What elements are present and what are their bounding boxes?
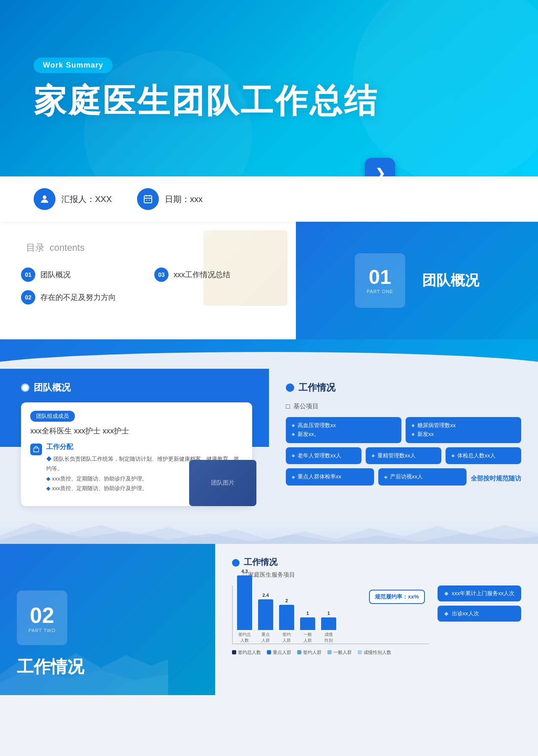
work-cards-row1: ◆高血压管理数xx ◆新发xx。 ◆糖尿病管理数xx ◆新发xx xyxy=(286,417,521,443)
part-one-label: PART ONE xyxy=(367,289,393,294)
part-two-left: 02 PART TWO 工作情况 xyxy=(0,544,215,695)
chevron-right-icon: ❯ xyxy=(375,166,385,177)
toc-item-1: 01 团队概况 xyxy=(21,268,142,282)
bar-wrap-1: 4.3 签约总人数 xyxy=(237,569,252,643)
full-visit-text: 全部按时规范随访 xyxy=(471,475,521,483)
work-cards-row3: ◆重点人群体检率xx ◆产后访视xx人 全部按时规范随访 xyxy=(286,468,521,486)
bar-1 xyxy=(237,575,252,630)
hero-title: 家庭医生团队工作总结 xyxy=(34,83,504,119)
compliance-badge: 规范履约率：xx% xyxy=(369,590,425,604)
person-icon xyxy=(34,188,55,210)
mountains-svg xyxy=(0,519,538,544)
part-two-box: 02 PART TWO xyxy=(17,591,67,645)
chart-right-cards: ◆ xxx年累计上门服务xx人次 ◆ 出诊xx人次 xyxy=(438,585,522,622)
work2-sub-title: □ 家庭医生服务项目 xyxy=(232,571,521,579)
work-sub-title: 基公项目 xyxy=(286,402,521,410)
toc-num-1: 01 xyxy=(21,268,35,282)
legend-3: 签约人群 xyxy=(297,649,322,656)
toc-right-panel: 01 PART ONE 团队概况 xyxy=(296,222,538,339)
reporter-bar: 汇报人：XXX 日期：xxx xyxy=(0,176,538,222)
toc-left-panel: 目录contents 01 团队概况 03 xxx工作情况总结 02 存在的不足… xyxy=(0,222,296,339)
toc-label-3: xxx工作情况总结 xyxy=(174,270,230,280)
part-one-box: 01 PART ONE xyxy=(355,253,405,308)
team-members-text: xxx全科医生 xxx护士 xxx护士 xyxy=(30,426,243,436)
work-card-elderly: ◆老年人管理数xx人 xyxy=(286,447,361,465)
info-card-2: ◆ 出诊xx人次 xyxy=(438,606,522,622)
hero-section: Work Summary 家庭医生团队工作总结 ❯ xyxy=(0,0,538,176)
part-two-right: 工作情况 □ 家庭医生服务项目 4.3 签约总人数 2.4 xyxy=(215,544,538,695)
svg-point-6 xyxy=(149,200,150,201)
calendar-icon xyxy=(137,188,159,210)
chart-area: 4.3 签约总人数 2.4 重点人群 2 签约人群 xyxy=(232,585,521,656)
work-card-postpartum: ◆产后访视xx人 xyxy=(378,468,467,486)
work-card-mental: ◆重精管理数xx人 xyxy=(366,447,441,465)
work-section-title: 工作情况 xyxy=(298,381,335,394)
work2-section-title: 工作情况 xyxy=(244,556,277,568)
team-section-title: 团队概况 xyxy=(34,381,71,394)
part-two-title: 工作情况 xyxy=(17,655,84,678)
toc-items-list: 01 团队概况 03 xxx工作情况总结 02 存在的不足及努力方向 xyxy=(21,268,275,304)
team-section-header: 团队概况 xyxy=(21,381,252,394)
bar-wrap-3: 2 签约人群 xyxy=(279,598,294,643)
legend-5: 成慢性别人数 xyxy=(358,649,391,656)
toc-item-3: 03 xxx工作情况总结 xyxy=(154,268,275,282)
building-icon xyxy=(30,444,42,455)
mountains-decoration xyxy=(0,519,538,544)
svg-point-5 xyxy=(146,200,147,201)
bar-5 xyxy=(321,617,336,630)
bar-4 xyxy=(300,617,315,630)
reporter-name: 汇报人：XXX xyxy=(61,194,112,205)
toc-item-2: 02 存在的不足及努力方向 xyxy=(21,290,142,304)
report-date: 日期：xxx xyxy=(165,194,203,205)
toc-label-1: 团队概况 xyxy=(40,270,71,280)
part-two-num: 02 xyxy=(30,603,54,628)
blue-divider xyxy=(0,339,538,369)
work2-section-dot xyxy=(232,559,240,567)
bar-wrap-4: 1 一般人群 xyxy=(300,611,315,643)
bar-2 xyxy=(258,599,273,630)
work-cards-row2: ◆老年人管理数xx人 ◆重精管理数xx人 ◆体检总人数xx人 xyxy=(286,447,521,465)
part-one-title: 团队概况 xyxy=(422,271,479,290)
legend-2: 重点人群 xyxy=(267,649,291,656)
date-item: 日期：xxx xyxy=(137,188,203,210)
bar-wrap-5: 1 成慢性别 xyxy=(321,611,336,643)
work-card-diabetes: ◆糖尿病管理数xx ◆新发xx xyxy=(406,417,521,443)
toc-num-2: 02 xyxy=(21,290,35,304)
part-two-label: PART TWO xyxy=(29,628,56,633)
assign-title: 工作分配 xyxy=(46,443,243,452)
svg-rect-1 xyxy=(144,196,152,203)
legend-4: 一般人群 xyxy=(327,649,352,656)
team-left-panel: 团队概况 团队组成成员 xxx全科医生 xxx护士 xxx护士 工作分配 团队长… xyxy=(0,369,269,519)
hero-arrow-button[interactable]: ❯ xyxy=(365,158,395,176)
work-card-checkup: ◆体检总人数xx人 xyxy=(446,447,521,465)
team-member-badge: 团队组成成员 xyxy=(30,411,75,422)
legend-1: 签约总人数 xyxy=(232,649,261,656)
work-card-hypertension: ◆高血压管理数xx ◆新发xx。 xyxy=(286,417,401,443)
bar-3 xyxy=(279,605,294,630)
reporter-item: 汇报人：XXX xyxy=(34,188,112,210)
toc-num-3: 03 xyxy=(154,268,169,282)
team-photo-placeholder: 团队图片 xyxy=(189,460,256,506)
part-one-num: 01 xyxy=(369,267,391,287)
main-content-section: 团队概况 团队组成成员 xxx全科医生 xxx护士 xxx护士 工作分配 团队长… xyxy=(0,369,538,519)
bar-wrap-2: 2.4 重点人群 xyxy=(258,593,273,643)
work-section-dot xyxy=(286,383,294,392)
bar-chart: 4.3 签约总人数 2.4 重点人群 2 签约人群 xyxy=(232,585,429,656)
bar-chart-inner: 4.3 签约总人数 2.4 重点人群 2 签约人群 xyxy=(232,585,429,644)
work2-section-header: 工作情况 xyxy=(232,556,521,570)
chart-legend: 签约总人数 重点人群 签约人群 一般人群 xyxy=(232,649,429,656)
work-card-key-checkup: ◆重点人群体检率xx xyxy=(286,468,374,486)
info-card-1: ◆ xxx年累计上门服务xx人次 xyxy=(438,585,522,601)
team-section-dot xyxy=(21,383,29,392)
toc-section: 目录contents 01 团队概况 03 xxx工作情况总结 02 存在的不足… xyxy=(0,222,538,339)
work-section-header: 工作情况 xyxy=(286,381,521,394)
toc-label-2: 存在的不足及努力方向 xyxy=(40,292,116,302)
svg-point-0 xyxy=(43,195,47,199)
work-right-panel: 工作情况 基公项目 ◆高血压管理数xx ◆新发xx。 ◆糖尿病管理数xx ◆新发… xyxy=(269,369,538,519)
part-two-section: 02 PART TWO 工作情况 工作情况 □ 家庭医生服务项目 4.3 签约总… xyxy=(0,544,538,695)
svg-rect-7 xyxy=(34,448,39,452)
toc-title: 目录contents xyxy=(21,239,275,254)
